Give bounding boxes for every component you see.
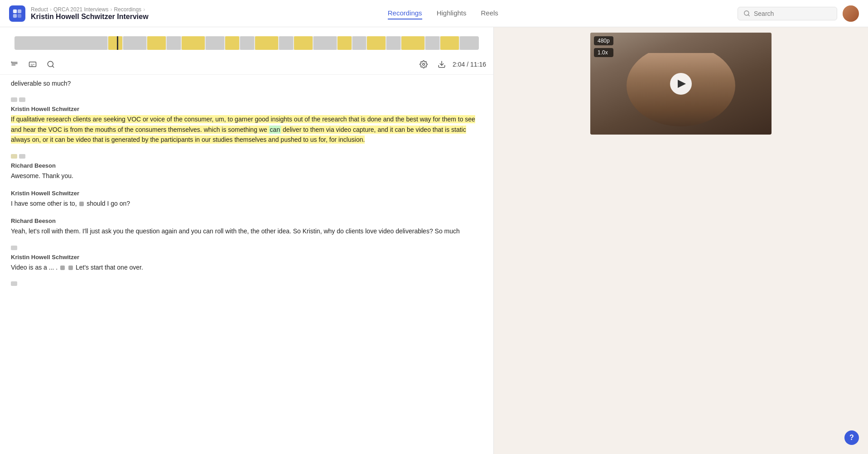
transcript-text: Awesome. Thank you. — [11, 171, 482, 181]
redacted-block — [79, 202, 84, 206]
nav-tabs: Recordings Highlights Reels — [149, 7, 738, 19]
transcript-block-3: Kristin Howell Schwitzer I have some oth… — [11, 190, 482, 208]
transcript-text: deliverable so much? — [11, 78, 482, 88]
timeline-bar[interactable] — [14, 36, 479, 50]
redacted-block — [60, 266, 65, 270]
nav-right — [738, 5, 859, 22]
timeline-cursor — [117, 36, 118, 50]
highlighted-word-can: can — [269, 126, 281, 134]
speaker-separator-1 — [11, 154, 482, 159]
svg-rect-2 — [13, 14, 17, 17]
video-controls-overlay: 480p 1.0x — [594, 36, 613, 57]
search-input[interactable] — [754, 10, 831, 17]
svg-rect-6 — [11, 62, 12, 63]
breadcrumb-root[interactable]: Reduct — [31, 6, 48, 13]
breadcrumb-level2[interactable]: Recordings — [114, 6, 141, 13]
search-transcript-btn[interactable] — [43, 57, 58, 72]
time-display: 2:04 / 11:16 — [453, 61, 486, 68]
app-logo[interactable] — [9, 5, 25, 22]
svg-point-10 — [423, 63, 425, 66]
redacted-block — [68, 266, 73, 270]
main-container: 2:04 / 11:16 deliverable so much? Kristi… — [0, 27, 868, 454]
transcript-block-4: Richard Beeson Yeah, let's roll with the… — [11, 217, 482, 236]
sep-block — [11, 154, 17, 159]
top-navigation: Reduct › QRCA 2021 Interviews › Recordin… — [0, 0, 868, 27]
tab-reels[interactable]: Reels — [481, 7, 498, 19]
transcript-block-0: deliverable so much? — [11, 78, 482, 88]
transcript-block-5: Kristin Howell Schwitzer Video is as a .… — [11, 254, 482, 272]
settings-btn[interactable] — [416, 57, 431, 72]
svg-rect-0 — [13, 9, 17, 13]
sep-block — [11, 97, 17, 102]
breadcrumb-sep1: › — [50, 6, 52, 13]
timeline-segments — [14, 36, 479, 50]
avatar[interactable] — [843, 5, 859, 22]
page-title: Kristin Howell Schwitzer Interview — [31, 13, 149, 21]
svg-line-9 — [52, 66, 53, 67]
video-thumbnail: 480p 1.0x — [590, 33, 772, 135]
transcript-block-2: Richard Beeson Awesome. Thank you. — [11, 162, 482, 181]
svg-line-5 — [748, 14, 749, 16]
video-container: 480p 1.0x — [590, 33, 772, 135]
transcript-view-btn[interactable] — [7, 57, 22, 72]
speaker-name: Richard Beeson — [11, 162, 482, 169]
breadcrumb-sep2: › — [110, 6, 112, 13]
sep-block — [19, 154, 25, 159]
transcript-scroll-area[interactable]: deliverable so much? Kristin Howell Schw… — [0, 75, 493, 454]
video-quality-badge[interactable]: 480p — [594, 36, 613, 45]
transcript-block-1: Kristin Howell Schwitzer If qualitative … — [11, 106, 482, 145]
speaker-name: Richard Beeson — [11, 217, 482, 224]
transcript-text: Video is as a ... . Let's start that one… — [11, 262, 482, 272]
right-panel: 480p 1.0x ? — [494, 27, 868, 454]
speaker-separator-3 — [11, 281, 482, 286]
transcript-text-content: Yeah, let's roll with them. I'll just as… — [11, 227, 460, 235]
speaker-name: Kristin Howell Schwitzer — [11, 254, 482, 261]
caption-btn[interactable] — [25, 57, 40, 72]
sep-block — [19, 97, 25, 102]
toolbar: 2:04 / 11:16 — [0, 54, 493, 75]
speaker-name: Kristin Howell Schwitzer — [11, 190, 482, 197]
sep-block — [11, 281, 17, 286]
sep-block — [11, 246, 17, 250]
transcript-text: If qualitative research clients are seek… — [11, 114, 482, 145]
video-speed-badge[interactable]: 1.0x — [594, 48, 613, 57]
search-icon — [743, 10, 750, 17]
search-box[interactable] — [738, 7, 837, 20]
transcript-text: I have some other is to, should I go on? — [11, 198, 482, 208]
breadcrumb-sep3: › — [143, 6, 145, 13]
video-play-button[interactable] — [670, 73, 692, 95]
breadcrumb: Reduct › QRCA 2021 Interviews › Recordin… — [31, 6, 149, 21]
help-button[interactable]: ? — [844, 430, 859, 445]
speaker-separator-2 — [11, 246, 482, 250]
transcript-panel: 2:04 / 11:16 deliverable so much? Kristi… — [0, 27, 494, 454]
transcript-text: Yeah, let's roll with them. I'll just as… — [11, 226, 482, 236]
breadcrumb-level1[interactable]: QRCA 2021 Interviews — [53, 6, 108, 13]
svg-rect-3 — [18, 14, 21, 17]
tab-recordings[interactable]: Recordings — [388, 7, 422, 19]
tab-highlights[interactable]: Highlights — [437, 7, 467, 19]
speaker-name: Kristin Howell Schwitzer — [11, 106, 482, 112]
speaker-separator-0 — [11, 97, 482, 102]
svg-rect-7 — [29, 62, 36, 67]
svg-rect-1 — [18, 9, 21, 13]
download-btn[interactable] — [434, 57, 449, 72]
